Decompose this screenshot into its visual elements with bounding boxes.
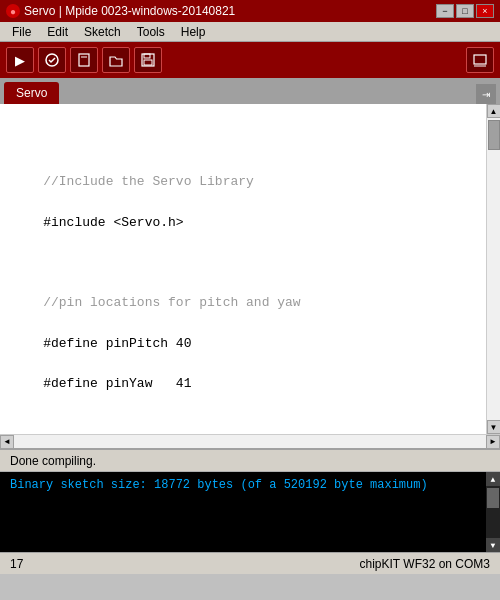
- run-button[interactable]: ▶: [6, 47, 34, 73]
- code-line-comment1: //Include the Servo Library: [43, 174, 254, 189]
- title-bar-controls: − □ ×: [436, 4, 494, 18]
- console-header: Done compiling.: [0, 448, 500, 472]
- status-bar: 17 chipKIT WF32 on COM3: [0, 552, 500, 574]
- open-button[interactable]: [102, 47, 130, 73]
- code-line-blank1: [43, 134, 51, 149]
- new-button[interactable]: [70, 47, 98, 73]
- console-scroll-down[interactable]: ▼: [486, 538, 500, 552]
- scroll-down-arrow[interactable]: ▼: [487, 420, 501, 434]
- menu-file[interactable]: File: [4, 23, 39, 41]
- minimize-button[interactable]: −: [436, 4, 454, 18]
- line-number: 17: [10, 557, 23, 571]
- vertical-scrollbar[interactable]: ▲ ▼: [486, 104, 500, 434]
- tab-right-icon[interactable]: ⇥: [476, 84, 496, 104]
- editor-content[interactable]: //Include the Servo Library #include <Se…: [0, 104, 486, 434]
- code-line-pinyaw: #define pinYaw 41: [43, 376, 191, 391]
- scroll-left-arrow[interactable]: ◄: [0, 435, 14, 449]
- console-output: Binary sketch size: 18772 bytes (of a 52…: [10, 478, 428, 492]
- console-body: Binary sketch size: 18772 bytes (of a 52…: [0, 472, 500, 552]
- code-line-blank2: [43, 255, 51, 270]
- code-line-comment2: //pin locations for pitch and yaw: [43, 295, 300, 310]
- scroll-thumb[interactable]: [488, 120, 500, 150]
- menu-edit[interactable]: Edit: [39, 23, 76, 41]
- hscroll-track: [14, 435, 486, 448]
- tab-servo[interactable]: Servo: [4, 82, 59, 104]
- menu-bar: File Edit Sketch Tools Help: [0, 22, 500, 42]
- scroll-right-arrow[interactable]: ►: [486, 435, 500, 449]
- board-info: chipKIT WF32 on COM3: [360, 557, 491, 571]
- code-line-blank3: [43, 416, 51, 431]
- svg-rect-1: [79, 54, 89, 66]
- app-icon: ●: [6, 4, 20, 18]
- verify-button[interactable]: [38, 47, 66, 73]
- maximize-button[interactable]: □: [456, 4, 474, 18]
- menu-tools[interactable]: Tools: [129, 23, 173, 41]
- code-line-pinpitch: #define pinPitch 40: [43, 336, 191, 351]
- console-scroll-thumb[interactable]: [487, 488, 499, 508]
- svg-rect-5: [144, 60, 152, 65]
- svg-rect-6: [474, 55, 486, 64]
- editor-container: //Include the Servo Library #include <Se…: [0, 104, 500, 434]
- menu-help[interactable]: Help: [173, 23, 214, 41]
- horizontal-scrollbar[interactable]: ◄ ►: [0, 434, 500, 448]
- title-bar-text: Servo | Mpide 0023-windows-20140821: [24, 4, 235, 18]
- close-button[interactable]: ×: [476, 4, 494, 18]
- toolbar: ▶: [0, 42, 500, 78]
- title-bar-left: ● Servo | Mpide 0023-windows-20140821: [6, 4, 235, 18]
- scroll-up-arrow[interactable]: ▲: [487, 104, 501, 118]
- console-status-text: Done compiling.: [10, 454, 96, 468]
- serial-monitor-button[interactable]: [466, 47, 494, 73]
- code-line-include: #include <Servo.h>: [43, 215, 183, 230]
- menu-sketch[interactable]: Sketch: [76, 23, 129, 41]
- save-button[interactable]: [134, 47, 162, 73]
- title-bar: ● Servo | Mpide 0023-windows-20140821 − …: [0, 0, 500, 22]
- tab-bar: Servo ⇥: [0, 78, 500, 104]
- console-scroll-up[interactable]: ▲: [486, 472, 500, 486]
- console-scrollbar[interactable]: ▲ ▼: [486, 472, 500, 552]
